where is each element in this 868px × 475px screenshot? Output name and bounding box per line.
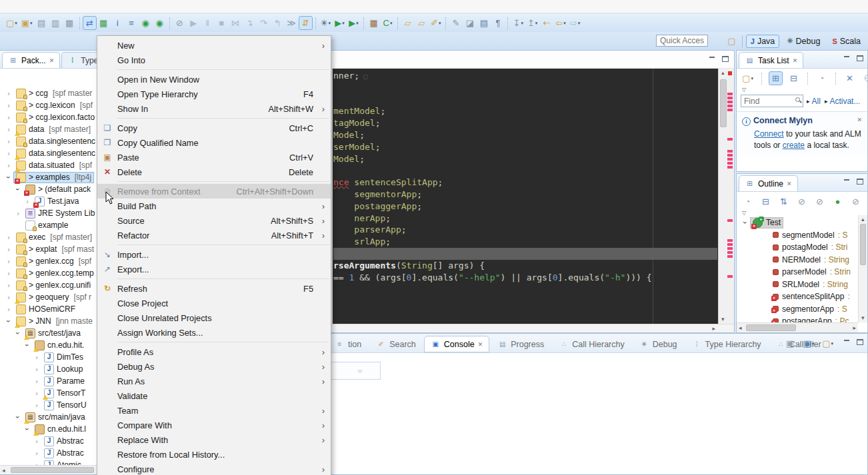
context-menu-item[interactable]: Assign Working Sets...: [97, 325, 331, 340]
resume-button[interactable]: ▶: [187, 16, 201, 30]
close-icon[interactable]: ✕: [787, 181, 792, 187]
context-menu-item[interactable]: ❏CopyCtrl+C: [97, 121, 331, 135]
step-over-button[interactable]: ↷: [257, 16, 271, 30]
terminate-button[interactable]: ■: [215, 16, 229, 30]
perspective-scala[interactable]: SScala: [827, 35, 865, 48]
overview-mark[interactable]: [727, 247, 733, 250]
context-menu-item[interactable]: ❐Copy Qualified Name: [97, 135, 331, 150]
overview-mark[interactable]: [727, 154, 733, 157]
open-perspective-button[interactable]: ▢: [725, 34, 739, 48]
tab-task-list[interactable]: ▤ Task List ✕: [739, 52, 803, 68]
search-button[interactable]: ✐▾: [429, 16, 443, 30]
menubar-item[interactable]: [65, 5, 76, 8]
maximize-icon[interactable]: [857, 55, 863, 61]
menubar-item[interactable]: [23, 5, 33, 8]
editor-body[interactable]: nner; □mentModel;tagModel;Model;serModel…: [326, 69, 734, 324]
overview-mark[interactable]: [727, 101, 733, 103]
external-tools-button[interactable]: ✳▾: [319, 16, 333, 30]
close-icon[interactable]: ✕: [793, 57, 798, 64]
expand-chevron-icon[interactable]: ›: [32, 389, 41, 397]
context-menu-item[interactable]: ↘Import...: [97, 247, 331, 262]
overview-mark[interactable]: [727, 162, 733, 165]
scrollbar-thumb[interactable]: [746, 324, 796, 331]
minimize-icon[interactable]: [843, 55, 850, 61]
create-link[interactable]: create: [783, 141, 805, 150]
context-menu-item[interactable]: Profile As: [97, 344, 331, 359]
show-public-button[interactable]: ●: [831, 195, 845, 209]
context-menu-item[interactable]: Close Unrelated Projects: [97, 310, 331, 325]
tab-call-hierarchy[interactable]: ∴Call Hierarchy: [552, 336, 631, 352]
mylyn-capture-button[interactable]: ▦: [97, 16, 111, 30]
expand-chevron-icon[interactable]: ›: [4, 293, 13, 301]
show-next-statement-button[interactable]: ≫: [285, 16, 299, 30]
expand-chevron-icon[interactable]: ›: [4, 245, 13, 253]
filter-link-label[interactable]: All: [812, 97, 821, 106]
context-menu-item[interactable]: Open Type HierarchyF4: [97, 87, 331, 101]
outline-item[interactable]: ›segmentModel: S: [737, 229, 858, 242]
context-menu-item[interactable]: ↻RefreshF5: [97, 281, 331, 296]
expand-chevron-icon[interactable]: ›: [13, 209, 23, 217]
context-menu-item[interactable]: Restore from Local History...: [97, 447, 331, 462]
menubar-item[interactable]: [33, 5, 44, 8]
minimize-icon[interactable]: [843, 179, 850, 185]
expand-chevron-icon[interactable]: ›: [32, 377, 41, 385]
overview-mark[interactable]: [727, 255, 733, 258]
new-wizard-button[interactable]: ▢▾: [4, 16, 19, 30]
link-with-editor-button[interactable]: ⇵: [299, 16, 313, 30]
open-element-button[interactable]: ▱: [401, 16, 415, 30]
scrollbar-thumb[interactable]: [11, 467, 94, 473]
sort-button[interactable]: ⇅: [777, 195, 791, 209]
next-annotation-button[interactable]: ↧▾: [511, 16, 525, 30]
minimize-icon[interactable]: [709, 56, 715, 62]
block-selection-button[interactable]: ◪: [463, 16, 477, 30]
focus-workweek-button[interactable]: ⚇: [861, 71, 868, 85]
context-menu-item[interactable]: ↗Export...: [97, 262, 331, 276]
overview-mark[interactable]: [727, 275, 733, 278]
scroll-up-icon[interactable]: ▴: [861, 217, 865, 223]
close-icon[interactable]: ✕: [49, 57, 55, 64]
context-menu-item[interactable]: ✕DeleteDelete: [97, 165, 331, 179]
expand-chevron-icon[interactable]: ›: [32, 353, 41, 361]
context-menu-item[interactable]: SourceAlt+Shift+S: [97, 213, 331, 228]
context-menu-item[interactable]: Build Path: [97, 199, 331, 213]
step-return-button[interactable]: ↰: [271, 16, 285, 30]
filter-link[interactable]: ▸Activat...: [825, 97, 861, 106]
expand-chevron-icon[interactable]: ›: [4, 161, 13, 169]
context-menu-item[interactable]: New: [97, 38, 331, 53]
last-edit-location-button[interactable]: ⇠: [539, 16, 553, 30]
overview-mark[interactable]: [727, 219, 733, 222]
scroll-down-icon[interactable]: ▾: [861, 315, 865, 321]
scroll-right-icon[interactable]: ▸: [712, 326, 715, 332]
categorized-view-button[interactable]: ⊞: [769, 71, 783, 85]
maximize-icon[interactable]: [722, 56, 729, 62]
context-menu-item[interactable]: Configure: [97, 462, 331, 475]
context-menu-item[interactable]: RefactorAlt+Shift+T: [97, 228, 331, 242]
maximize-icon[interactable]: [857, 179, 863, 185]
overview-mark[interactable]: [728, 71, 732, 75]
quick-access-input[interactable]: [656, 35, 708, 47]
scrollbar-thumb[interactable]: [860, 224, 866, 265]
pin-console-button[interactable]: ▣: [783, 336, 797, 350]
overview-mark[interactable]: [727, 97, 733, 99]
save-button[interactable]: ▤: [35, 16, 49, 30]
jar-export-button[interactable]: ◉: [153, 16, 167, 30]
context-menu-item[interactable]: Team: [97, 403, 331, 418]
show-whitespace-button[interactable]: ¶: [491, 16, 505, 30]
overview-mark[interactable]: [727, 243, 733, 246]
scroll-left-icon[interactable]: ◂: [2, 468, 5, 474]
back-button[interactable]: ⇦▾: [553, 16, 567, 30]
filter-link[interactable]: ▸All: [807, 97, 821, 106]
expand-chevron-icon[interactable]: ›: [4, 269, 13, 277]
menubar-item[interactable]: [108, 5, 119, 8]
tab-debug[interactable]: ✳Debug: [633, 336, 684, 352]
tab-type-hierarchy[interactable]: ⁞Type Hierarchy: [685, 336, 768, 352]
hide-fields-button[interactable]: ⊘: [795, 195, 809, 209]
expand-chevron-icon[interactable]: ›: [32, 401, 41, 409]
info-button[interactable]: i: [111, 16, 125, 30]
tab-search[interactable]: ✐Search: [369, 336, 423, 352]
overview-mark[interactable]: [727, 138, 733, 141]
context-menu-item[interactable]: ▣PasteCtrl+V: [97, 150, 331, 165]
context-menu-item[interactable]: Validate: [97, 388, 331, 403]
menubar-item[interactable]: [44, 5, 55, 8]
expand-chevron-icon[interactable]: ›: [32, 449, 41, 457]
